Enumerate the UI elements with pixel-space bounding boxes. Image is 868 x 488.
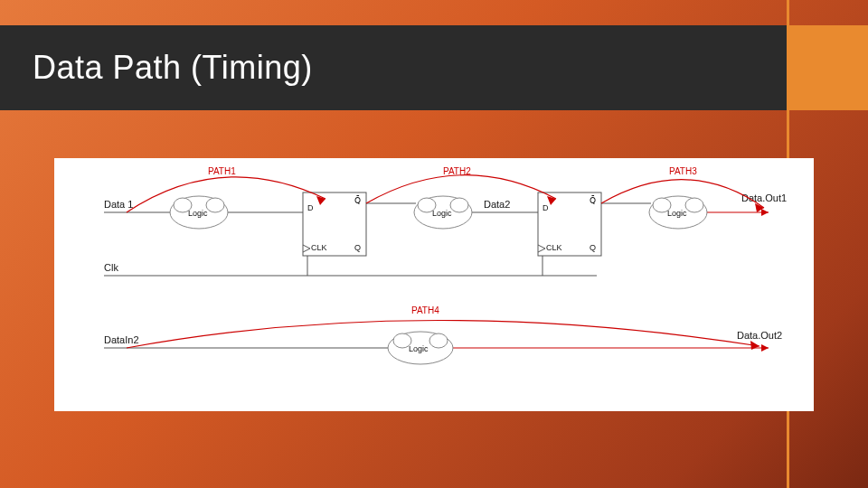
svg-text:Logic: Logic bbox=[667, 209, 687, 218]
svg-text:CLK: CLK bbox=[311, 243, 327, 252]
label-dataout2: Data.Out2 bbox=[737, 330, 782, 341]
svg-point-15 bbox=[206, 198, 224, 212]
svg-marker-6 bbox=[761, 209, 769, 216]
svg-text:Logic: Logic bbox=[432, 209, 452, 218]
svg-text:D: D bbox=[542, 203, 549, 212]
slide-title: Data Path (Timing) bbox=[33, 49, 313, 87]
logic-cloud-2: Logic bbox=[414, 196, 472, 229]
svg-text:Logic: Logic bbox=[188, 209, 208, 218]
label-path2: PATH2 bbox=[443, 166, 471, 176]
label-path4: PATH4 bbox=[411, 305, 439, 315]
svg-text:Q̄: Q̄ bbox=[590, 195, 596, 205]
svg-text:D: D bbox=[307, 203, 314, 212]
timing-diagram: Data 1 Data2 Data.Out1 Clk DataIn2 bbox=[54, 158, 814, 411]
svg-point-19 bbox=[450, 198, 468, 212]
title-bar: Data Path (Timing) bbox=[0, 25, 787, 110]
accent-block bbox=[787, 25, 868, 110]
label-clk: Clk bbox=[104, 262, 118, 273]
label-datain2: DataIn2 bbox=[104, 334, 139, 345]
slide: Data Path (Timing) Data 1 Data2 Data.Out… bbox=[0, 0, 868, 488]
flipflop-1: D Q̄ Q CLK bbox=[303, 192, 366, 256]
svg-point-27 bbox=[429, 333, 448, 348]
logic-cloud-4: Logic bbox=[388, 332, 453, 364]
label-path3: PATH3 bbox=[669, 166, 697, 176]
logic-cloud-3: Logic bbox=[649, 196, 707, 229]
diagram-figure: Data 1 Data2 Data.Out1 Clk DataIn2 bbox=[54, 158, 814, 411]
svg-text:Q: Q bbox=[590, 243, 596, 252]
svg-text:Q: Q bbox=[354, 243, 361, 252]
label-data1: Data 1 bbox=[104, 199, 133, 210]
flipflop-2: D Q̄ Q CLK bbox=[538, 192, 601, 256]
svg-marker-12 bbox=[761, 344, 769, 352]
svg-point-23 bbox=[685, 198, 703, 212]
svg-text:Q̄: Q̄ bbox=[354, 195, 361, 205]
label-path1: PATH1 bbox=[208, 166, 236, 176]
label-data2: Data2 bbox=[484, 199, 510, 210]
logic-cloud-1: Logic bbox=[170, 196, 228, 229]
svg-text:Logic: Logic bbox=[409, 344, 429, 353]
svg-text:CLK: CLK bbox=[546, 243, 562, 252]
